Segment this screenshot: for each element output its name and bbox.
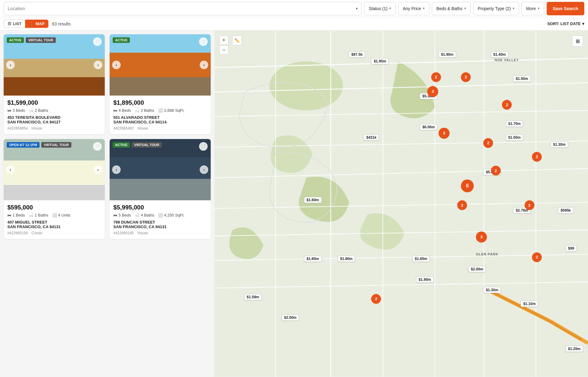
- listing-sqft: ⬜ 4,250 SqFt.: [158, 213, 185, 217]
- listing-badge: VIRTUAL TOUR: [41, 142, 71, 148]
- listing-image: ACTIVEVIRTUAL TOUR ♡ ‹ ›: [110, 139, 211, 200]
- area-icon: ⬜: [158, 108, 163, 113]
- draw-button[interactable]: ✏️: [232, 36, 242, 45]
- listing-image: ACTIVEVIRTUAL TOUR ♡ ‹ ›: [4, 34, 105, 96]
- listing-units: ⬜ 4 Units: [52, 213, 70, 217]
- map-controls: + −: [219, 36, 228, 55]
- favorite-button[interactable]: ♡: [199, 142, 208, 151]
- listing-baths: 🛁 1 Baths: [28, 213, 48, 217]
- bed-icon: 🛏: [113, 108, 117, 113]
- sort-label: SORT: LIST DATE: [547, 21, 581, 26]
- sub-toolbar: ☰ LIST 📍 MAP 63 results SORT: LIST DATE …: [0, 17, 588, 31]
- price-filter-label: Any Price: [403, 6, 421, 11]
- listing-type: House: [32, 126, 42, 130]
- beds-baths-filter-button[interactable]: Beds & Baths ▾: [432, 2, 471, 15]
- listing-address: 453 TERESITA BOULEVARD: [7, 115, 101, 120]
- listing-badge: ACTIVE: [113, 37, 130, 43]
- listing-badges: OPEN 6/7 12-1PMVIRTUAL TOUR: [7, 142, 71, 148]
- more-filter-button[interactable]: More ▾: [522, 2, 544, 15]
- price-chevron-icon: ▾: [423, 6, 425, 10]
- more-filter-label: More: [526, 6, 536, 11]
- favorite-button[interactable]: ♡: [93, 37, 102, 46]
- status-filter-button[interactable]: Status (1) ▾: [364, 2, 396, 15]
- listing-details: 🛏 3 Beds🛁 2 Baths: [7, 108, 101, 113]
- listing-card[interactable]: OPEN 6/7 12-1PMVIRTUAL TOUR ♡ ‹ › $595,0…: [4, 139, 105, 239]
- listing-photo: [4, 34, 105, 96]
- listing-type: House: [138, 126, 148, 130]
- sort-button[interactable]: SORT: LIST DATE ▾: [547, 21, 584, 26]
- prev-image-button[interactable]: ‹: [6, 165, 15, 174]
- map-layer-button[interactable]: ⊞: [572, 36, 583, 47]
- listing-type: Condo: [32, 231, 42, 235]
- listing-card[interactable]: ACTIVEVIRTUAL TOUR ♡ ‹ › $5,995,000 🛏 5 …: [110, 139, 211, 239]
- favorite-button[interactable]: ♡: [93, 142, 102, 151]
- beds-baths-chevron-icon: ▾: [464, 6, 466, 10]
- property-type-filter-button[interactable]: Property Type (2) ▾: [473, 2, 519, 15]
- listing-price: $1,895,000: [113, 99, 207, 106]
- area-icon: ⬜: [158, 213, 163, 217]
- listing-city: SAN FRANCISCO, CA 94114: [113, 120, 207, 124]
- next-image-button[interactable]: ›: [94, 61, 102, 69]
- property-type-chevron-icon: ▾: [513, 6, 514, 10]
- listing-city: SAN FRANCISCO, CA 94131: [113, 224, 207, 229]
- listing-card[interactable]: ACTIVE ♡ ‹ › $1,895,000 🛏 4 Beds🛁 2 Bath…: [110, 34, 211, 134]
- next-image-button[interactable]: ›: [94, 165, 102, 174]
- listing-image: OPEN 6/7 12-1PMVIRTUAL TOUR ♡ ‹ ›: [4, 139, 105, 200]
- listing-address: 551 ALVARADO STREET: [113, 115, 207, 120]
- next-image-button[interactable]: ›: [200, 165, 208, 174]
- zoom-in-button[interactable]: +: [219, 36, 228, 45]
- listing-beds: 🛏 5 Beds: [113, 213, 131, 217]
- listing-details: 🛏 4 Beds🛁 2 Baths⬜ 2,688 SqFt.: [113, 108, 207, 113]
- prev-image-button[interactable]: ‹: [6, 61, 15, 69]
- results-count: 63 results: [52, 21, 71, 26]
- listing-photo: [110, 139, 211, 200]
- favorite-button[interactable]: ♡: [199, 37, 208, 46]
- listing-meta: #422659854 House: [7, 126, 101, 130]
- listing-card[interactable]: ACTIVEVIRTUAL TOUR ♡ ‹ › $1,599,000 🛏 3 …: [4, 34, 105, 134]
- zoom-out-button[interactable]: −: [219, 45, 228, 55]
- units-icon: ⬜: [52, 213, 57, 217]
- listing-city: SAN FRANCISCO, CA 94131: [7, 224, 101, 229]
- listing-badges: ACTIVE: [113, 37, 130, 43]
- listing-info: $5,995,000 🛏 5 Beds🛁 4 Baths⬜ 4,250 SqFt…: [110, 200, 211, 239]
- prev-image-button[interactable]: ‹: [112, 165, 121, 174]
- list-view-button[interactable]: ☰ LIST: [4, 20, 25, 28]
- next-image-button[interactable]: ›: [200, 61, 208, 69]
- listing-meta: #422665482 House: [113, 126, 207, 130]
- map-container[interactable]: $97.5k$1.90m$1.95m$1.40m$5.38m$1.50m$6.0…: [214, 31, 588, 377]
- prev-image-button[interactable]: ‹: [112, 61, 121, 69]
- listing-info: $595,000 🛏 1 Beds🛁 1 Baths⬜ 4 Units 407 …: [4, 200, 105, 239]
- bed-icon: 🛏: [7, 213, 11, 217]
- save-search-button[interactable]: Save Search: [547, 2, 584, 15]
- price-filter-button[interactable]: Any Price ▾: [398, 2, 429, 15]
- location-input[interactable]: [8, 6, 354, 11]
- listing-address: 407 MIGUEL STREET: [7, 220, 101, 224]
- bath-icon: 🛁: [134, 213, 139, 217]
- bath-icon: 🛁: [28, 213, 33, 217]
- list-icon: ☰: [8, 21, 11, 26]
- listing-info: $1,599,000 🛏 3 Beds🛁 2 Baths 453 TERESIT…: [4, 96, 105, 134]
- map-svg: [214, 31, 588, 377]
- listing-id: #422665159: [7, 231, 28, 235]
- view-toggle: ☰ LIST 📍 MAP: [4, 20, 48, 28]
- listing-badge: VIRTUAL TOUR: [132, 142, 162, 148]
- listing-badge: ACTIVE: [7, 37, 24, 43]
- listing-badges: ACTIVEVIRTUAL TOUR: [7, 37, 56, 43]
- bed-icon: 🛏: [113, 213, 117, 217]
- map-view-label: MAP: [36, 21, 44, 26]
- listing-beds: 🛏 1 Beds: [7, 213, 25, 217]
- sort-chevron-icon: ▾: [582, 21, 584, 26]
- listing-price: $595,000: [7, 204, 101, 211]
- listing-beds: 🛏 4 Beds: [113, 108, 131, 113]
- listing-meta: #422665159 Condo: [7, 231, 101, 235]
- map-view-button[interactable]: 📍 MAP: [25, 20, 48, 28]
- bed-icon: 🛏: [7, 108, 11, 113]
- property-type-filter-label: Property Type (2): [478, 6, 511, 11]
- map-panel: $97.5k$1.90m$1.95m$1.40m$5.38m$1.50m$6.0…: [214, 31, 588, 377]
- listing-badge: OPEN 6/7 12-1PM: [7, 142, 40, 148]
- listing-badges: ACTIVEVIRTUAL TOUR: [113, 142, 162, 148]
- status-filter-label: Status (1): [369, 6, 387, 11]
- location-input-wrap[interactable]: ▾: [4, 2, 362, 15]
- listing-details: 🛏 5 Beds🛁 4 Baths⬜ 4,250 SqFt.: [113, 213, 207, 217]
- listing-id: #422666185: [113, 231, 134, 235]
